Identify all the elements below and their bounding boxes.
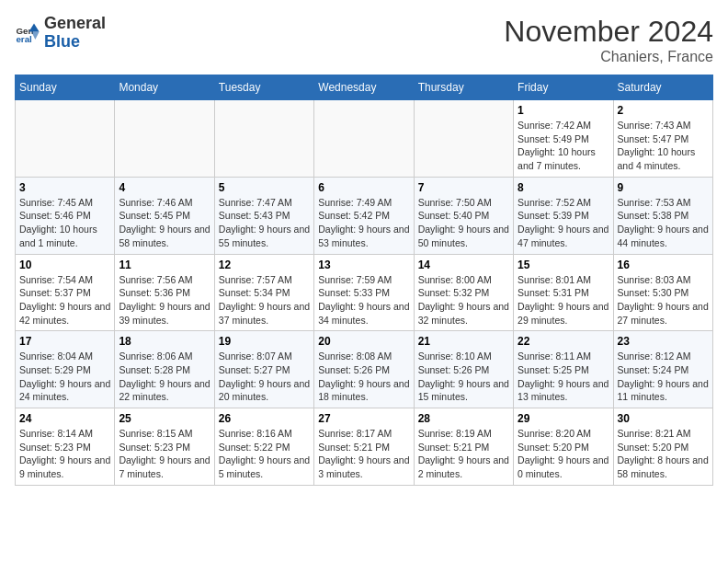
day-info: Sunrise: 7:46 AMSunset: 5:45 PMDaylight:… [119,196,210,250]
calendar-cell: 6Sunrise: 7:49 AMSunset: 5:42 PMDaylight… [314,177,414,254]
day-header-friday: Friday [514,75,613,100]
day-info: Sunrise: 7:42 AMSunset: 5:49 PMDaylight:… [518,119,609,173]
month-title: November 2024 [504,15,713,49]
day-number: 2 [618,104,709,117]
day-number: 9 [618,181,709,194]
day-info: Sunrise: 8:19 AMSunset: 5:21 PMDaylight:… [418,427,509,481]
day-number: 12 [219,259,310,271]
calendar-cell [314,100,414,178]
day-info: Sunrise: 8:07 AMSunset: 5:27 PMDaylight:… [219,350,310,404]
calendar-week-row: 17Sunrise: 8:04 AMSunset: 5:29 PMDayligh… [16,331,713,408]
day-info: Sunrise: 8:00 AMSunset: 5:32 PMDaylight:… [418,273,509,327]
calendar-week-row: 3Sunrise: 7:45 AMSunset: 5:46 PMDaylight… [16,177,713,254]
calendar-cell: 4Sunrise: 7:46 AMSunset: 5:45 PMDaylight… [115,177,214,254]
calendar-cell: 15Sunrise: 8:01 AMSunset: 5:31 PMDayligh… [514,254,613,331]
calendar-cell: 30Sunrise: 8:21 AMSunset: 5:20 PMDayligh… [613,408,712,486]
svg-text:eral: eral [16,34,32,44]
calendar-cell: 11Sunrise: 7:56 AMSunset: 5:36 PMDayligh… [115,254,214,331]
day-number: 28 [418,412,509,425]
calendar-cell [16,100,115,178]
day-number: 22 [518,335,609,348]
calendar-cell: 23Sunrise: 8:12 AMSunset: 5:24 PMDayligh… [613,331,712,408]
day-info: Sunrise: 8:01 AMSunset: 5:31 PMDaylight:… [518,273,609,327]
day-header-saturday: Saturday [613,75,712,100]
calendar-cell: 12Sunrise: 7:57 AMSunset: 5:34 PMDayligh… [214,254,313,331]
calendar-cell: 14Sunrise: 8:00 AMSunset: 5:32 PMDayligh… [414,254,513,331]
day-info: Sunrise: 8:20 AMSunset: 5:20 PMDaylight:… [518,427,609,481]
day-number: 27 [318,412,409,425]
day-info: Sunrise: 8:10 AMSunset: 5:26 PMDaylight:… [418,350,509,404]
day-number: 10 [19,259,110,271]
day-number: 4 [119,181,210,194]
day-number: 16 [618,259,709,271]
location: Chaniers, France [504,49,713,65]
day-number: 21 [418,335,509,348]
calendar-cell: 25Sunrise: 8:15 AMSunset: 5:23 PMDayligh… [115,408,214,486]
logo-icon: Gen eral [15,20,40,46]
calendar-cell: 13Sunrise: 7:59 AMSunset: 5:33 PMDayligh… [314,254,414,331]
calendar-week-row: 10Sunrise: 7:54 AMSunset: 5:37 PMDayligh… [16,254,713,331]
day-info: Sunrise: 8:16 AMSunset: 5:22 PMDaylight:… [219,427,310,481]
day-info: Sunrise: 8:21 AMSunset: 5:20 PMDaylight:… [618,427,709,481]
day-info: Sunrise: 7:56 AMSunset: 5:36 PMDaylight:… [119,273,210,327]
day-info: Sunrise: 7:52 AMSunset: 5:39 PMDaylight:… [518,196,609,250]
day-info: Sunrise: 8:06 AMSunset: 5:28 PMDaylight:… [119,350,210,404]
day-number: 23 [618,335,709,348]
day-number: 7 [418,181,509,194]
day-number: 29 [518,412,609,425]
day-info: Sunrise: 7:45 AMSunset: 5:46 PMDaylight:… [19,196,110,250]
calendar-cell: 20Sunrise: 8:08 AMSunset: 5:26 PMDayligh… [314,331,414,408]
calendar-cell: 5Sunrise: 7:47 AMSunset: 5:43 PMDaylight… [214,177,313,254]
calendar-cell [214,100,313,178]
day-info: Sunrise: 8:12 AMSunset: 5:24 PMDaylight:… [618,350,709,404]
day-info: Sunrise: 8:03 AMSunset: 5:30 PMDaylight:… [618,273,709,327]
day-info: Sunrise: 7:43 AMSunset: 5:47 PMDaylight:… [618,119,709,173]
calendar-cell: 7Sunrise: 7:50 AMSunset: 5:40 PMDaylight… [414,177,513,254]
day-number: 14 [418,259,509,271]
calendar-cell: 26Sunrise: 8:16 AMSunset: 5:22 PMDayligh… [214,408,313,486]
calendar-cell: 9Sunrise: 7:53 AMSunset: 5:38 PMDaylight… [613,177,712,254]
calendar-cell [115,100,214,178]
day-number: 5 [219,181,310,194]
calendar-header-row: SundayMondayTuesdayWednesdayThursdayFrid… [16,75,713,100]
day-info: Sunrise: 7:53 AMSunset: 5:38 PMDaylight:… [618,196,709,250]
day-info: Sunrise: 8:14 AMSunset: 5:23 PMDaylight:… [19,427,110,481]
day-info: Sunrise: 8:11 AMSunset: 5:25 PMDaylight:… [518,350,609,404]
calendar-cell: 3Sunrise: 7:45 AMSunset: 5:46 PMDaylight… [16,177,115,254]
day-info: Sunrise: 8:04 AMSunset: 5:29 PMDaylight:… [19,350,110,404]
day-header-tuesday: Tuesday [214,75,313,100]
day-number: 3 [19,181,110,194]
calendar-table: SundayMondayTuesdayWednesdayThursdayFrid… [15,75,713,486]
day-info: Sunrise: 8:15 AMSunset: 5:23 PMDaylight:… [119,427,210,481]
day-info: Sunrise: 7:59 AMSunset: 5:33 PMDaylight:… [318,273,409,327]
calendar-cell: 18Sunrise: 8:06 AMSunset: 5:28 PMDayligh… [115,331,214,408]
day-info: Sunrise: 7:49 AMSunset: 5:42 PMDaylight:… [318,196,409,250]
day-number: 30 [618,412,709,425]
calendar-cell: 16Sunrise: 8:03 AMSunset: 5:30 PMDayligh… [613,254,712,331]
day-number: 26 [219,412,310,425]
calendar-cell: 27Sunrise: 8:17 AMSunset: 5:21 PMDayligh… [314,408,414,486]
day-number: 15 [518,259,609,271]
calendar-cell: 2Sunrise: 7:43 AMSunset: 5:47 PMDaylight… [613,100,712,178]
calendar-cell: 29Sunrise: 8:20 AMSunset: 5:20 PMDayligh… [514,408,613,486]
calendar-cell: 28Sunrise: 8:19 AMSunset: 5:21 PMDayligh… [414,408,513,486]
day-number: 11 [119,259,210,271]
day-info: Sunrise: 7:57 AMSunset: 5:34 PMDaylight:… [219,273,310,327]
day-header-sunday: Sunday [16,75,115,100]
day-number: 20 [318,335,409,348]
day-number: 13 [318,259,409,271]
logo-text: General Blue [44,15,106,52]
day-info: Sunrise: 7:47 AMSunset: 5:43 PMDaylight:… [219,196,310,250]
day-info: Sunrise: 7:50 AMSunset: 5:40 PMDaylight:… [418,196,509,250]
calendar-cell: 24Sunrise: 8:14 AMSunset: 5:23 PMDayligh… [16,408,115,486]
calendar-cell [414,100,513,178]
day-number: 19 [219,335,310,348]
day-number: 8 [518,181,609,194]
day-number: 17 [19,335,110,348]
calendar-cell: 22Sunrise: 8:11 AMSunset: 5:25 PMDayligh… [514,331,613,408]
calendar-cell: 21Sunrise: 8:10 AMSunset: 5:26 PMDayligh… [414,331,513,408]
calendar-cell: 19Sunrise: 8:07 AMSunset: 5:27 PMDayligh… [214,331,313,408]
page-header: Gen eral General Blue November 2024 Chan… [15,15,713,65]
calendar-cell: 8Sunrise: 7:52 AMSunset: 5:39 PMDaylight… [514,177,613,254]
day-number: 18 [119,335,210,348]
